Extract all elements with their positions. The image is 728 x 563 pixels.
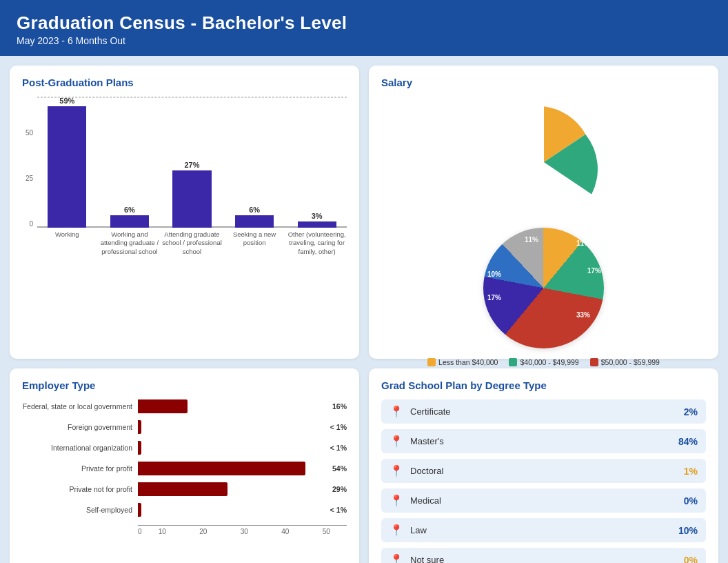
x-tick-10: 10 xyxy=(142,528,183,535)
employer-pct-foreign: < 1% xyxy=(330,423,347,431)
legend-dot-40k49k xyxy=(509,358,517,366)
grad-school-card: Grad School Plan by Degree Type 📍 Certif… xyxy=(369,368,718,563)
salary-pie-conic xyxy=(483,228,604,348)
bar-working: 59% xyxy=(37,97,97,228)
x-label-working: Working xyxy=(37,228,97,276)
page-subtitle: May 2023 - 6 Months Out xyxy=(17,35,711,46)
grad-label-law: Law xyxy=(410,525,671,535)
employer-chart: Federal, state or local government 16% F… xyxy=(22,399,347,522)
grad-pct-medical: 0% xyxy=(684,495,698,506)
x-label-seeking: Seeking a new position xyxy=(225,228,285,276)
employer-pct-federal: 16% xyxy=(332,402,347,411)
grad-item-certificate: 📍 Certificate 2% xyxy=(381,399,706,424)
grad-pct-law: 10% xyxy=(678,525,698,536)
grad-icon-doctoral: 📍 xyxy=(390,464,403,477)
employer-row-private-nonprofit: Private not for profit 29% xyxy=(22,482,347,496)
y-label-50: 50 xyxy=(26,130,33,137)
grad-plan-list: 📍 Certificate 2% 📍 Master's 84% 📍 Doctor… xyxy=(381,399,706,563)
grad-item-medical: 📍 Medical 0% xyxy=(381,488,706,513)
legend-40k49k: $40,000 - $49,999 xyxy=(509,358,578,366)
grad-label-masters: Master's xyxy=(410,436,671,446)
bar-other: 3% xyxy=(287,97,347,228)
legend-label-40k49k: $40,000 - $49,999 xyxy=(520,358,578,366)
employer-label-federal: Federal, state or local government xyxy=(22,402,132,411)
x-label-other: Other (volunteering, traveling, caring f… xyxy=(287,228,347,276)
bar-pct-seeking: 6% xyxy=(249,206,260,214)
employer-type-card: Employer Type Federal, state or local go… xyxy=(10,368,359,563)
grad-label-notsure: Not sure xyxy=(410,555,677,563)
employer-barwrap-intl xyxy=(138,441,322,455)
employer-label-foreign: Foreign government xyxy=(22,423,132,431)
employer-label-self: Self-employed xyxy=(22,506,132,514)
post-grad-plans-card: Post-Graduation Plans 0 25 50 xyxy=(10,66,359,359)
salary-card: Salary xyxy=(369,66,718,359)
employer-barwrap-foreign xyxy=(138,420,322,434)
employer-barwrap-private-nonprofit xyxy=(138,482,324,496)
y-label-0: 0 xyxy=(29,221,33,228)
x-label-attending: Attending graduate school / professional… xyxy=(162,228,222,276)
y-label-25: 25 xyxy=(26,175,33,182)
grad-icon-masters: 📍 xyxy=(390,435,403,448)
legend-50k59k: $50,000 - $59,999 xyxy=(590,358,660,366)
grad-pct-masters: 84% xyxy=(678,436,698,447)
employer-x-axis: 0 10 20 30 40 50 xyxy=(138,525,347,535)
bar-attending: 27% xyxy=(162,97,222,228)
bar-pct-working-attending: 6% xyxy=(124,206,135,214)
grad-icon-medical: 📍 xyxy=(390,494,403,507)
page-header: Graduation Census - Bachelor's Level May… xyxy=(0,0,728,56)
employer-bar-private-profit xyxy=(138,462,305,475)
employer-bar-intl xyxy=(138,441,141,455)
grad-icon-certificate: 📍 xyxy=(390,405,403,418)
employer-label-private-profit: Private for profit xyxy=(22,464,132,473)
x-tick-50: 50 xyxy=(306,528,347,535)
employer-label-private-nonprofit: Private not for profit xyxy=(22,485,132,493)
grad-label-certificate: Certificate xyxy=(410,406,677,417)
employer-pct-private-profit: 54% xyxy=(332,464,347,473)
employer-row-private-profit: Private for profit 54% xyxy=(22,462,347,475)
employer-bar-private-nonprofit xyxy=(138,482,228,496)
legend-lt40k: Less than $40,000 xyxy=(427,358,498,366)
bar-pct-attending: 27% xyxy=(184,161,199,169)
bar-seeking: 6% xyxy=(225,97,285,228)
employer-label-intl: International organization xyxy=(22,444,132,452)
x-tick-30: 30 xyxy=(224,528,265,535)
bar-pct-working: 59% xyxy=(59,97,74,105)
grad-icon-law: 📍 xyxy=(390,524,403,537)
employer-barwrap-self xyxy=(138,503,322,517)
legend-label-lt40k: Less than $40,000 xyxy=(438,358,498,366)
grad-pct-doctoral: 1% xyxy=(684,466,698,477)
x-label-working-attending: Working and attending graduate / profess… xyxy=(100,228,160,276)
grad-item-masters: 📍 Master's 84% xyxy=(381,429,706,453)
salary-pie-chart xyxy=(478,97,609,228)
employer-row-intl: International organization < 1% xyxy=(22,441,347,455)
employer-row-federal: Federal, state or local government 16% xyxy=(22,399,347,413)
employer-barwrap-federal xyxy=(138,399,324,413)
grad-school-title: Grad School Plan by Degree Type xyxy=(381,379,706,391)
employer-bar-self xyxy=(138,503,141,517)
grad-pct-notsure: 0% xyxy=(684,555,698,564)
employer-barwrap-private-profit xyxy=(138,462,324,475)
employer-row-self: Self-employed < 1% xyxy=(22,503,347,517)
employer-pct-intl: < 1% xyxy=(330,444,347,452)
post-grad-plans-title: Post-Graduation Plans xyxy=(22,77,347,88)
employer-type-title: Employer Type xyxy=(22,379,347,391)
grad-item-notsure: 📍 Not sure 0% xyxy=(381,548,706,563)
grad-pct-certificate: 2% xyxy=(684,406,698,417)
grad-label-medical: Medical xyxy=(410,495,677,506)
bar-pct-other: 3% xyxy=(312,212,323,220)
grad-item-doctoral: 📍 Doctoral 1% xyxy=(381,459,706,483)
legend-label-50k59k: $50,000 - $59,999 xyxy=(601,358,660,366)
grad-item-law: 📍 Law 10% xyxy=(381,518,706,542)
grad-icon-notsure: 📍 xyxy=(390,553,403,563)
employer-pct-self: < 1% xyxy=(330,506,347,514)
bar-working-attending: 6% xyxy=(100,97,160,228)
x-tick-40: 40 xyxy=(265,528,305,535)
employer-bar-federal xyxy=(138,399,188,413)
employer-bar-foreign xyxy=(138,420,141,434)
legend-dot-lt40k xyxy=(427,358,436,366)
grad-label-doctoral: Doctoral xyxy=(410,466,677,476)
page-title: Graduation Census - Bachelor's Level xyxy=(17,12,711,34)
employer-pct-private-nonprofit: 29% xyxy=(332,485,347,493)
salary-section xyxy=(381,97,706,228)
legend-dot-50k59k xyxy=(590,358,598,366)
